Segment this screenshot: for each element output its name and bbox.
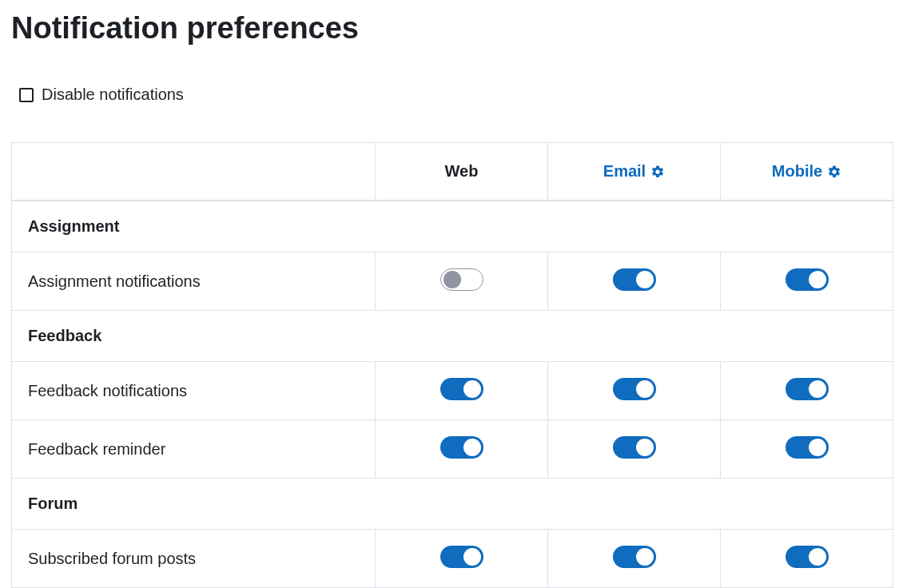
toggle-web[interactable] xyxy=(440,436,483,459)
header-mobile-label: Mobile xyxy=(772,162,822,181)
pref-row-label: Feedback reminder xyxy=(12,420,376,479)
header-web: Web xyxy=(376,143,548,201)
toggle-mobile[interactable] xyxy=(786,546,829,568)
toggle-cell-web xyxy=(376,252,548,311)
toggle-cell-web xyxy=(376,420,548,479)
toggle-cell-email xyxy=(548,362,721,420)
toggle-email[interactable] xyxy=(613,378,656,400)
header-blank xyxy=(12,143,376,201)
email-settings-link[interactable]: Email xyxy=(603,162,665,181)
pref-row: Subscribed forum posts xyxy=(12,530,893,588)
gear-icon xyxy=(650,165,665,179)
toggle-knob xyxy=(463,439,481,456)
header-email: Email xyxy=(548,143,721,201)
section-row: Forum xyxy=(12,479,893,530)
toggle-mobile[interactable] xyxy=(786,268,829,291)
pref-row-label: Assignment notifications xyxy=(12,252,376,311)
header-email-label: Email xyxy=(603,162,646,181)
toggle-knob xyxy=(444,271,461,288)
pref-row: Feedback reminder xyxy=(12,420,893,479)
toggle-cell-mobile xyxy=(721,530,893,588)
toggle-knob xyxy=(636,439,654,456)
toggle-cell-email xyxy=(548,252,721,311)
toggle-web[interactable] xyxy=(440,546,483,568)
header-mobile: Mobile xyxy=(721,143,893,201)
toggle-email[interactable] xyxy=(613,436,656,459)
disable-all-checkbox[interactable] xyxy=(19,88,34,102)
disable-all-label: Disable notifications xyxy=(42,85,184,104)
toggle-web[interactable] xyxy=(440,378,483,400)
pref-row: Feedback notifications xyxy=(12,362,893,420)
preferences-body: AssignmentAssignment notificationsFeedba… xyxy=(12,201,893,588)
disable-all-row: Disable notifications xyxy=(11,85,892,104)
toggle-cell-mobile xyxy=(721,362,893,420)
toggle-cell-mobile xyxy=(721,252,893,311)
toggle-email[interactable] xyxy=(613,268,656,291)
section-title: Assignment xyxy=(12,201,893,252)
toggle-knob xyxy=(809,548,826,566)
toggle-cell-email xyxy=(548,420,721,479)
pref-row: Assignment notifications xyxy=(12,252,893,311)
toggle-email[interactable] xyxy=(613,546,656,568)
mobile-settings-link[interactable]: Mobile xyxy=(772,162,841,181)
toggle-knob xyxy=(636,271,654,288)
toggle-knob xyxy=(809,271,826,288)
toggle-knob xyxy=(809,439,826,456)
section-title: Forum xyxy=(12,479,893,530)
toggle-mobile[interactable] xyxy=(786,378,829,400)
header-web-label: Web xyxy=(445,162,479,180)
pref-row-label: Subscribed forum posts xyxy=(12,530,376,588)
toggle-cell-email xyxy=(548,530,721,588)
preferences-table: Web Email Mobile Assi xyxy=(11,142,893,588)
section-title: Feedback xyxy=(12,311,893,362)
toggle-knob xyxy=(809,380,826,398)
toggle-knob xyxy=(636,548,654,566)
section-row: Feedback xyxy=(12,311,893,362)
toggle-knob xyxy=(463,380,481,398)
toggle-mobile[interactable] xyxy=(786,436,829,459)
toggle-knob xyxy=(636,380,654,398)
toggle-cell-mobile xyxy=(721,420,893,479)
section-row: Assignment xyxy=(12,201,893,252)
toggle-cell-web xyxy=(376,530,548,588)
toggle-cell-web xyxy=(376,362,548,420)
page-title: Notification preferences xyxy=(11,11,892,46)
toggle-knob xyxy=(463,548,481,566)
toggle-web[interactable] xyxy=(440,268,483,291)
pref-row-label: Feedback notifications xyxy=(12,362,376,420)
gear-icon xyxy=(827,165,841,179)
